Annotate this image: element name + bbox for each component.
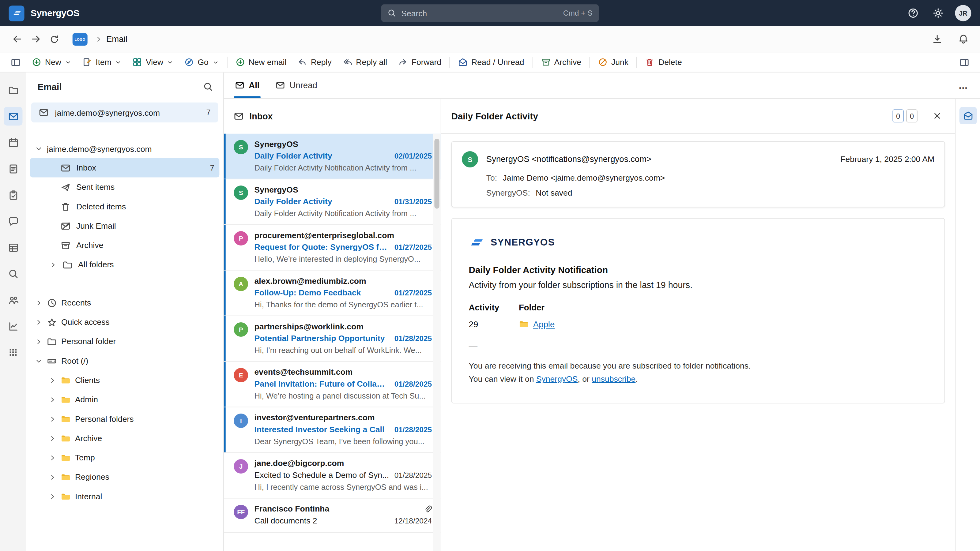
account-row[interactable]: jaime.demo@synergyos.com 7 xyxy=(31,103,218,122)
rail-calendar-button[interactable] xyxy=(4,133,22,152)
list-item[interactable]: S SynergyOS Daily Folder Activity02/01/2… xyxy=(224,134,441,179)
sender: jane.doe@bigcorp.com xyxy=(255,458,432,469)
forward-button-cmd[interactable]: Forward xyxy=(393,54,447,70)
notifications-button[interactable] xyxy=(954,30,972,48)
breadcrumb-logo-chip[interactable]: LOGO xyxy=(73,33,88,45)
synergyos-link[interactable]: SynergyOS xyxy=(536,375,578,384)
sidebar-group-root[interactable]: Root (/) xyxy=(26,351,223,370)
tab-unread[interactable]: Unread xyxy=(276,73,317,98)
back-button[interactable] xyxy=(7,30,26,48)
avatar: E xyxy=(234,368,248,382)
list-item[interactable]: P partnerships@worklink.com Potential Pa… xyxy=(224,316,441,362)
folder-label: All folders xyxy=(78,260,114,269)
meta-value: Not saved xyxy=(536,188,572,197)
list-scrollbar[interactable] xyxy=(433,134,441,551)
star-icon xyxy=(47,317,57,327)
view-label: View xyxy=(146,57,163,67)
delete-button[interactable]: Delete xyxy=(640,54,687,70)
sidebar-group-quick-access[interactable]: Quick access xyxy=(26,312,223,332)
reading-pane-toggle-button[interactable] xyxy=(959,107,977,124)
counter-badge-left[interactable]: 0 xyxy=(892,109,904,122)
search-icon xyxy=(203,82,213,92)
sidebar-folder-internal[interactable]: Internal xyxy=(26,487,223,506)
go-menu-button[interactable]: Go xyxy=(179,54,224,70)
reply-label: Reply xyxy=(311,57,332,67)
table-row: 29 Apple xyxy=(469,319,928,329)
rail-files-button[interactable] xyxy=(4,81,22,99)
rail-notes-button[interactable] xyxy=(4,159,22,178)
refresh-button[interactable] xyxy=(45,30,64,48)
account-tree-header[interactable]: jaime.demo@synergyos.com xyxy=(26,139,223,158)
reply-button[interactable]: Reply xyxy=(292,54,337,70)
folder-link[interactable]: Apple xyxy=(533,319,555,329)
sidebar-group-personal-folder[interactable]: Personal folder xyxy=(26,332,223,351)
sidebar-search-button[interactable] xyxy=(203,82,213,92)
mail-icon xyxy=(60,163,71,173)
reply-all-button[interactable]: Reply all xyxy=(337,54,393,70)
sidebar-folder-personal-folders[interactable]: Personal folders xyxy=(26,409,223,429)
rail-people-button[interactable] xyxy=(4,291,22,309)
sidebar-folder-regiones[interactable]: Regiones xyxy=(26,467,223,487)
settings-button[interactable] xyxy=(930,5,946,21)
counter-badge-right[interactable]: 0 xyxy=(906,109,918,122)
list-item[interactable]: E events@techsummit.com Panel Invitation… xyxy=(224,362,441,407)
sidebar-folder-temp[interactable]: Temp xyxy=(26,448,223,467)
preview: Hi, I recently came across SynergyOS and… xyxy=(255,481,432,493)
new-email-button[interactable]: New email xyxy=(230,54,292,70)
chevron-down-icon xyxy=(167,59,173,65)
rail-chat-button[interactable] xyxy=(4,212,22,230)
toggle-left-pane-button[interactable] xyxy=(5,54,26,70)
sidebar-item-sent[interactable]: Sent items xyxy=(30,178,219,197)
folder-yellow-icon xyxy=(60,395,71,405)
sidebar-item-junk[interactable]: Junk Email xyxy=(30,216,219,235)
sidebar-folder-clients[interactable]: Clients xyxy=(26,370,223,390)
list-item[interactable]: A alex.brown@mediumbiz.com Follow-Up: De… xyxy=(224,271,441,316)
folder-icon xyxy=(62,260,73,270)
new-menu-button[interactable]: New xyxy=(26,54,77,70)
toggle-right-pane-button[interactable] xyxy=(954,54,975,70)
rail-apps-button[interactable] xyxy=(4,343,22,362)
chevron-down-icon xyxy=(65,59,71,65)
avatar: P xyxy=(234,322,248,337)
sidebar-item-inbox[interactable]: Inbox 7 xyxy=(30,158,219,177)
list-item[interactable]: S SynergyOS Daily Folder Activity01/31/2… xyxy=(224,179,441,225)
forward-button[interactable] xyxy=(26,30,45,48)
rail-tables-button[interactable] xyxy=(4,238,22,257)
scrollbar-thumb[interactable] xyxy=(434,139,439,209)
more-options-button[interactable]: … xyxy=(959,80,969,91)
item-menu-button[interactable]: Item xyxy=(77,54,127,70)
unsubscribe-link[interactable]: unsubscribe xyxy=(592,375,635,384)
user-avatar[interactable]: JR xyxy=(955,5,971,21)
avatar: S xyxy=(234,186,248,200)
search-input[interactable] xyxy=(401,9,558,18)
sidebar-item-all-folders[interactable]: All folders xyxy=(30,255,219,274)
message-header-card: S SynergyOS <notifications@synergyos.com… xyxy=(451,141,945,207)
list-item[interactable]: I investor@venturepartners.com Intereste… xyxy=(224,407,441,453)
sidebar-folder-archive[interactable]: Archive xyxy=(26,429,223,448)
avatar: FF xyxy=(234,505,248,519)
rail-search-button[interactable] xyxy=(4,264,22,283)
breadcrumb[interactable]: Email xyxy=(106,34,127,44)
global-search[interactable]: Cmd + S xyxy=(381,4,599,22)
download-button[interactable] xyxy=(928,30,946,48)
sidebar-item-archive[interactable]: Archive xyxy=(30,235,219,255)
junk-button[interactable]: Junk xyxy=(593,54,634,70)
group-label: Quick access xyxy=(61,318,110,327)
sidebar-group-recents[interactable]: Recents xyxy=(26,293,223,312)
sidebar-folder-admin[interactable]: Admin xyxy=(26,390,223,409)
read-unread-button[interactable]: Read / Unread xyxy=(453,54,530,70)
rail-mail-button[interactable] xyxy=(4,107,22,125)
tab-all[interactable]: All xyxy=(235,73,259,98)
close-reading-pane-button[interactable] xyxy=(929,108,945,124)
list-item[interactable]: P procurement@enterpriseglobal.com Reque… xyxy=(224,225,441,271)
view-menu-button[interactable]: View xyxy=(127,54,179,70)
synergyos-logo-icon xyxy=(469,234,485,250)
archive-button[interactable]: Archive xyxy=(535,54,587,70)
left-rail xyxy=(0,73,26,551)
rail-analytics-button[interactable] xyxy=(4,317,22,335)
help-button[interactable] xyxy=(905,5,921,21)
sidebar-item-deleted[interactable]: Deleted items xyxy=(30,197,219,216)
list-item[interactable]: J jane.doe@bigcorp.com Excited to Schedu… xyxy=(224,453,441,499)
list-item[interactable]: FF Francisco Fontinha Call documents 212… xyxy=(224,499,441,533)
rail-tasks-button[interactable] xyxy=(4,186,22,204)
